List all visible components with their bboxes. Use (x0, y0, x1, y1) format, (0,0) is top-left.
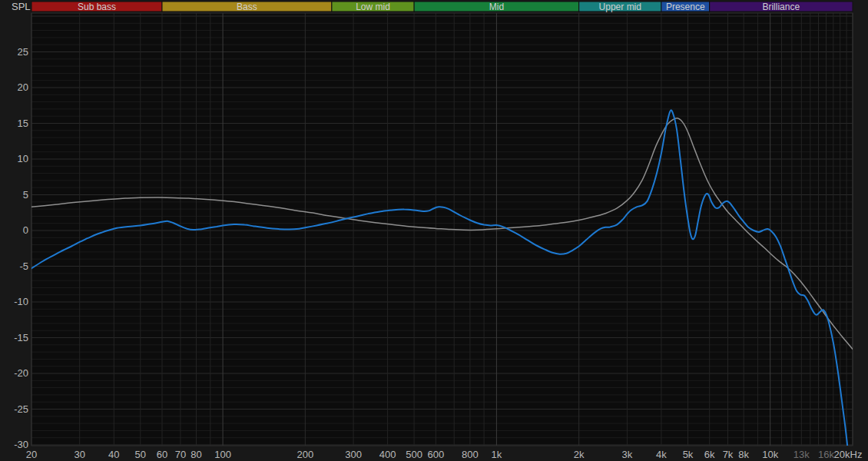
x-tick-label: 8k (738, 449, 749, 460)
x-tick-label: 100 (214, 449, 231, 460)
y-tick-label: 0 (23, 224, 28, 236)
band-label: Bass (237, 2, 257, 12)
frequency-response-chart: SPL Sub bassBassLow midMidUpper midPrese… (0, 0, 868, 461)
x-tick-label: 13k (793, 449, 810, 460)
band-label: Brilliance (762, 2, 800, 12)
band-label: Presence (666, 2, 705, 12)
y-tick-label: 5 (23, 189, 28, 201)
x-tick-label: 200 (297, 449, 313, 460)
y-tick-label: -15 (14, 332, 28, 343)
x-tick-label: 3k (622, 449, 633, 460)
y-tick-label: 20 (18, 81, 28, 93)
band-label: Upper mid (599, 2, 641, 12)
y-tick-label: 10 (18, 153, 28, 164)
x-tick-label: 30 (74, 449, 84, 460)
x-tick-label: 80 (190, 449, 201, 460)
spl-chart: Sub bassBassLow midMidUpper midPresenceB… (0, 0, 868, 461)
x-tick-label: 5k (683, 449, 694, 460)
x-tick-label: 40 (108, 449, 119, 460)
x-tick-label: 400 (379, 449, 396, 460)
band-label: Sub bass (78, 2, 116, 12)
x-tick-label: 600 (427, 449, 444, 460)
x-tick-label: 300 (345, 449, 362, 460)
x-tick-label: 20 (26, 449, 37, 460)
x-tick-label: 6k (704, 449, 715, 460)
band-label: Mid (489, 2, 504, 12)
y-tick-label: -10 (14, 296, 28, 307)
x-tick-label: 500 (406, 449, 422, 460)
x-tick-label: 10k (762, 449, 778, 460)
y-tick-label: 25 (18, 46, 28, 58)
y-tick-label: -5 (19, 260, 28, 272)
x-tick-label: 800 (462, 449, 479, 460)
spl-axis-label: SPL (12, 1, 31, 12)
x-tick-label: 2k (574, 449, 585, 460)
band-label: Low mid (356, 2, 390, 12)
x-tick-label: 50 (135, 449, 146, 460)
y-tick-label: 15 (18, 118, 28, 129)
y-tick-label: -20 (14, 367, 28, 379)
x-tick-label: 20kHz (834, 449, 863, 460)
x-tick-label: 7k (723, 449, 734, 460)
x-tick-label: 60 (157, 449, 167, 460)
x-tick-label: 16k (818, 449, 834, 460)
y-tick-label: -25 (14, 403, 28, 415)
x-tick-label: 4k (656, 449, 667, 460)
x-tick-label: 70 (175, 449, 186, 460)
x-tick-label: 1k (492, 449, 502, 460)
